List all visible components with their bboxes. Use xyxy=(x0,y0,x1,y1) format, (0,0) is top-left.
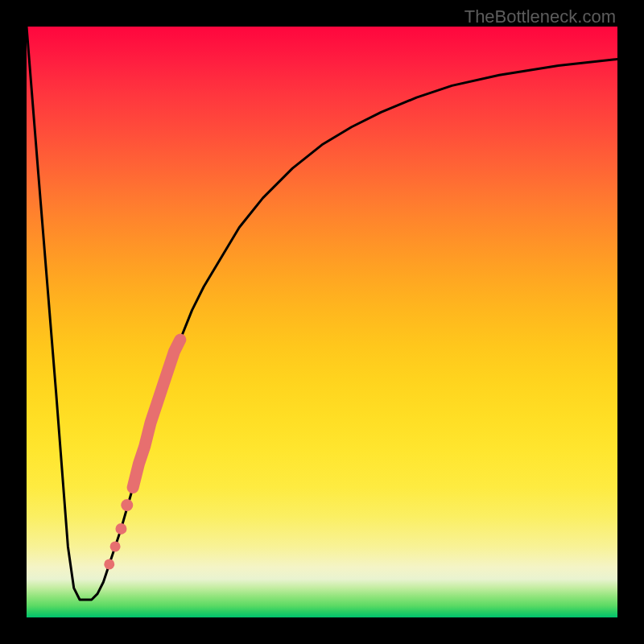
highlight-markers-group xyxy=(104,340,180,569)
chart-root: TheBottleneck.com xyxy=(0,0,644,644)
bottleneck-curve xyxy=(27,27,617,600)
chart-svg xyxy=(27,27,617,617)
plot-area xyxy=(27,27,617,617)
highlight-segment xyxy=(133,340,180,488)
highlight-marker xyxy=(110,541,121,551)
highlight-marker xyxy=(121,499,133,511)
highlight-marker xyxy=(104,559,114,569)
highlight-marker xyxy=(115,523,126,535)
curve-path xyxy=(27,27,617,600)
